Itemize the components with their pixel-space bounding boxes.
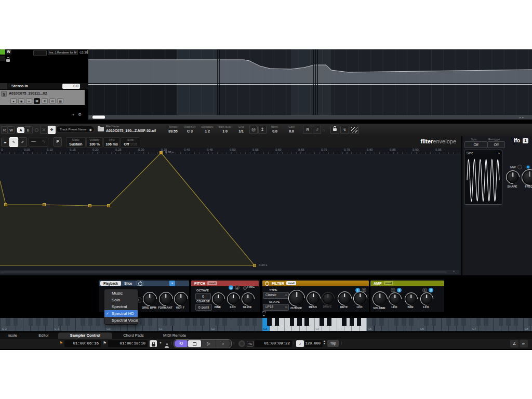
hatch-icon-button[interactable] (350, 126, 359, 134)
knob-keyf[interactable] (339, 292, 351, 304)
track-mini-button-2[interactable]: e (26, 98, 32, 104)
track-mini-button-3[interactable]: ▤ (34, 98, 40, 104)
menu-item-solo[interactable]: Solo (104, 297, 138, 303)
mod-source-badge-1[interactable]: 1 (422, 288, 427, 292)
tab-editor[interactable]: Editor (30, 332, 57, 339)
black-key[interactable] (357, 318, 362, 326)
file-name-field[interactable]: File Name A010C075_190...Z.MXF-02.aif (106, 125, 164, 135)
track-preset-field[interactable]: Track Preset Name ◈ (56, 126, 95, 133)
freq-led[interactable] (527, 166, 529, 168)
b-setting-button[interactable]: B (24, 127, 32, 133)
handle-dots[interactable]: ⁞ (233, 341, 234, 345)
filter-power-icon[interactable] (265, 282, 269, 286)
toolbar-field-root-key[interactable]: Root KeyC 3 (182, 125, 198, 134)
solo-button[interactable]: S (1, 91, 7, 97)
bolt-icon-button[interactable]: ↯ (340, 126, 349, 134)
black-key[interactable] (394, 318, 399, 326)
gear-icon[interactable]: ⚙ (78, 112, 82, 117)
write-automation-button[interactable]: W (8, 126, 15, 134)
tab-nsole[interactable]: nsole (0, 332, 25, 339)
black-key[interactable] (88, 318, 93, 326)
preroll-icon[interactable] (238, 340, 245, 347)
black-key[interactable] (36, 318, 41, 326)
black-key[interactable] (29, 318, 33, 326)
toolbar-field-signature[interactable]: Signature1 2 (199, 125, 216, 134)
panel-icon-button[interactable] (0, 56, 5, 61)
track-mini-button-4[interactable]: R (42, 98, 48, 104)
left-locator-field[interactable]: 01:00:06:16 (64, 340, 101, 347)
black-key[interactable] (327, 318, 331, 326)
black-key[interactable] (424, 318, 429, 326)
black-key[interactable] (96, 318, 100, 326)
black-key[interactable] (140, 318, 145, 326)
left-locator-flag-icon[interactable]: ⚑ (59, 341, 63, 346)
mod-source-badge-1[interactable]: 1 (391, 288, 395, 292)
timecode-format-badge[interactable]: TC (247, 341, 254, 347)
handle-dots[interactable]: ⁞ (341, 341, 342, 345)
filter-mod-badge[interactable]: mod (286, 281, 296, 285)
folder-icon[interactable] (98, 127, 104, 131)
reverse-button[interactable]: Я (303, 126, 312, 134)
handle-dots[interactable]: ⁞ (293, 341, 294, 345)
unlock-icon[interactable] (6, 55, 10, 64)
a-setting-button[interactable]: A (17, 127, 24, 133)
toolbar-field-grid[interactable]: Grid1/1 (234, 125, 248, 134)
lfo-waveform-box[interactable]: Sine ▼ (464, 150, 502, 205)
right-locator-field[interactable]: 01:00:18:10 (108, 340, 148, 347)
stop-button[interactable] (188, 340, 201, 347)
black-key[interactable] (81, 318, 85, 326)
black-key[interactable] (484, 318, 488, 326)
mod-source-badge-2[interactable]: 2 (429, 288, 433, 292)
write-automation-button[interactable]: W (6, 49, 11, 55)
crossed-e-icon[interactable]: ℮ (520, 340, 528, 348)
black-key[interactable] (476, 318, 481, 326)
black-key[interactable] (6, 318, 10, 326)
black-key[interactable] (514, 318, 518, 326)
knob-drive[interactable] (323, 293, 334, 304)
knob-formant[interactable] (160, 293, 172, 305)
black-key[interactable] (304, 318, 309, 326)
metronome-button[interactable]: ♪ (296, 340, 304, 347)
black-key[interactable] (245, 318, 249, 326)
headphone-icon[interactable]: ∩ (322, 128, 325, 132)
black-key[interactable] (506, 318, 511, 326)
preset-diamond-icon[interactable]: ◈ (89, 126, 92, 133)
black-key[interactable] (297, 318, 302, 326)
person-icon[interactable] (165, 341, 169, 350)
knob-lfo[interactable] (354, 292, 366, 304)
tab-playback[interactable]: Playback (100, 281, 121, 286)
tap-tempo-button[interactable]: Tap (327, 340, 339, 347)
black-key[interactable] (170, 318, 175, 326)
black-key[interactable] (14, 318, 18, 326)
black-key[interactable] (528, 318, 532, 326)
filter-type-select[interactable]: Classic▼ (263, 292, 289, 299)
track-mini-button-0[interactable]: ● (10, 98, 17, 104)
auto-scroll-icon[interactable]: ∠ (510, 340, 518, 348)
knob-lfo[interactable] (390, 294, 401, 304)
tab-chord-pads[interactable]: Chord Pads (114, 332, 153, 339)
black-key[interactable] (461, 318, 466, 326)
move-tool-button[interactable]: ✥ (48, 126, 56, 134)
black-key[interactable] (409, 318, 414, 326)
primary-time-display[interactable]: 01:00:09:22 (255, 340, 292, 347)
mod-source-badge-1[interactable]: 1 (229, 285, 233, 290)
knob-lfo[interactable] (421, 294, 432, 304)
lfo-sync-select[interactable]: Off (464, 141, 487, 148)
chevron-down-icon[interactable]: ▼ (498, 152, 500, 155)
black-key[interactable] (200, 318, 205, 326)
black-key[interactable] (252, 318, 257, 326)
mod-source-badge-2[interactable]: 2 (397, 288, 402, 292)
tab-slice[interactable]: Slice (124, 281, 132, 286)
mod-source-badge-2[interactable]: 2 (362, 288, 366, 292)
tab-midi-remote[interactable]: MIDI Remote (154, 332, 195, 339)
right-locator-flag-icon[interactable]: ⚑ (103, 341, 107, 346)
crossfade-tool-button[interactable]: ⤫ (40, 126, 48, 134)
black-key[interactable] (372, 318, 377, 326)
fing-radio[interactable] (243, 286, 247, 290)
black-key[interactable] (185, 318, 190, 326)
black-key[interactable] (163, 318, 167, 326)
lfo-index-badge[interactable]: 1 (523, 138, 528, 143)
knob-orig-bpm[interactable] (144, 293, 156, 305)
play-button[interactable]: ▷ (202, 340, 216, 347)
black-key[interactable] (402, 318, 406, 326)
